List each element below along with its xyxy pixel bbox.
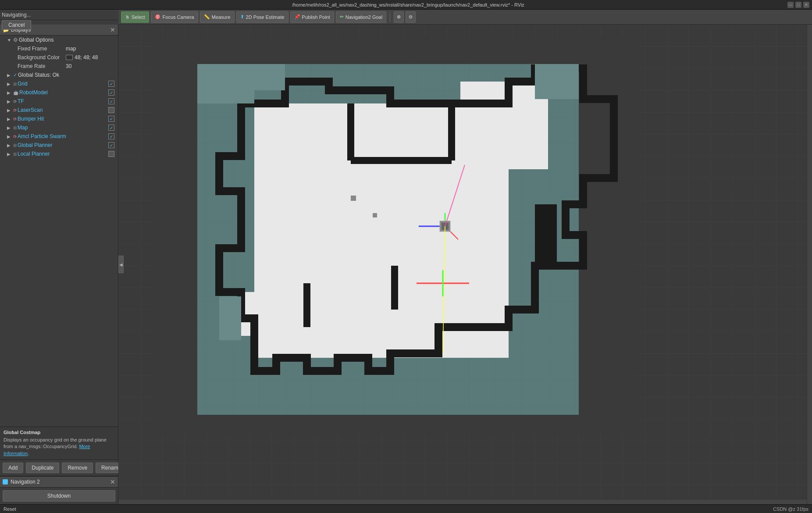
- robotmodel-label: RobotModel: [19, 89, 48, 96]
- publish-icon: 📌: [294, 14, 300, 20]
- tf-icon: ⟳: [13, 99, 17, 104]
- nav2-close-button[interactable]: ✕: [110, 478, 115, 485]
- zoom-out-icon: ⊖: [409, 14, 413, 20]
- pose-icon: ⬆: [240, 14, 244, 20]
- minimize-button[interactable]: ─: [787, 2, 794, 8]
- grid-item[interactable]: ▶ ⊞ Grid ✓: [0, 79, 118, 88]
- left-panel: 📁 Displays ✕ ▼ ⚙ Global Options Fixed Fr…: [0, 25, 118, 504]
- svg-rect-19: [373, 213, 377, 217]
- global-planner-item[interactable]: ▶ ⊞ Global Planner ✓: [0, 141, 118, 150]
- viewport[interactable]: ▶: [118, 25, 812, 504]
- cancel-dialog: Cancel: [2, 20, 31, 30]
- tf-item[interactable]: ▶ ⟳ TF ✓: [0, 97, 118, 106]
- grid-label: Grid: [18, 81, 28, 87]
- local-planner-arrow: ▶: [7, 152, 12, 157]
- amcl-arrow: ▶: [7, 134, 12, 139]
- display-buttons: Add Duplicate Remove Rename: [0, 460, 118, 476]
- fixed-frame-item: Fixed Frame map: [0, 44, 118, 53]
- shutdown-button[interactable]: Shutdown: [3, 490, 115, 502]
- laserscan-icon: ⟳: [13, 108, 17, 113]
- map-label: Map: [18, 125, 28, 131]
- amcl-icon: ⟳: [13, 134, 17, 139]
- local-planner-label: Local Planner: [18, 151, 50, 157]
- robotmodel-checkbox[interactable]: ✓: [108, 89, 114, 96]
- nav2-header: Navigation 2 ✕: [0, 477, 118, 488]
- cancel-button[interactable]: Cancel: [2, 20, 31, 30]
- pose-estimate-button[interactable]: ⬆ 2D Pose Estimate: [236, 11, 288, 23]
- displays-tree: ▼ ⚙ Global Options Fixed Frame map Backg…: [0, 36, 118, 427]
- laserscan-label: LaserScan: [18, 107, 43, 113]
- select-icon: 🖱: [125, 14, 130, 20]
- svg-rect-15: [197, 64, 285, 90]
- info-desc: Displays an occupancy grid on the ground…: [4, 437, 114, 457]
- nav2-icon: [3, 479, 8, 484]
- amcl-item[interactable]: ▶ ⟳ Amcl Particle Swarm ✓: [0, 132, 118, 141]
- amcl-label: Amcl Particle Swarm: [18, 133, 66, 139]
- laserscan-checkbox[interactable]: [108, 107, 114, 113]
- local-planner-icon: ⊞: [13, 152, 17, 157]
- robotmodel-arrow: ▶: [7, 90, 12, 95]
- svg-rect-13: [535, 204, 557, 266]
- bg-color-label: Background Color: [18, 54, 66, 61]
- bumperhit-checkbox[interactable]: ✓: [108, 116, 114, 122]
- bg-color-value: 48; 48; 48: [75, 54, 98, 61]
- remove-button[interactable]: Remove: [62, 463, 93, 473]
- vertical-scrollbar[interactable]: [807, 25, 812, 504]
- maximize-button[interactable]: □: [795, 2, 801, 8]
- select-button[interactable]: 🖱 Select: [121, 11, 149, 23]
- reset-button[interactable]: Reset: [4, 506, 16, 512]
- nav2-panel: Navigation 2 ✕ Shutdown: [0, 476, 118, 504]
- local-planner-checkbox[interactable]: [108, 151, 114, 157]
- nav-status-text: Navigating...: [0, 12, 31, 18]
- svg-rect-16: [535, 64, 579, 99]
- laserscan-item[interactable]: ▶ ⟳ LaserScan: [0, 106, 118, 114]
- global-options-icon: ⚙: [13, 37, 18, 43]
- toolbar-separator: [390, 12, 390, 22]
- svg-rect-18: [351, 196, 356, 201]
- global-planner-arrow: ▶: [7, 143, 12, 148]
- global-planner-checkbox[interactable]: ✓: [108, 142, 114, 148]
- robotmodel-icon: 🤖: [13, 90, 18, 95]
- add-button[interactable]: Add: [3, 463, 23, 473]
- robotmodel-item[interactable]: ▶ 🤖 RobotModel ✓: [0, 88, 118, 97]
- frame-rate-label: Frame Rate: [18, 63, 66, 69]
- global-status-item[interactable]: ▶ ✓ Global Status: Ok: [0, 71, 118, 79]
- bumperhit-arrow: ▶: [7, 117, 12, 121]
- window-controls[interactable]: ─ □ ✕: [787, 2, 809, 8]
- status-check: ✓: [13, 72, 17, 78]
- map-checkbox[interactable]: ✓: [108, 125, 114, 131]
- duplicate-button[interactable]: Duplicate: [26, 463, 59, 473]
- global-options-item[interactable]: ▼ ⚙ Global Options: [0, 36, 118, 44]
- window-title: /home/melih/ros2_all_ws/nav2_dashing_ws/…: [29, 2, 787, 7]
- displays-close-button[interactable]: ✕: [110, 26, 115, 33]
- horizontal-scrollbar[interactable]: [118, 499, 807, 504]
- statusbar-left: Reset: [4, 506, 16, 512]
- measure-button[interactable]: 📏 Measure: [200, 11, 235, 23]
- info-panel: Global Costmap Displays an occupancy gri…: [0, 427, 118, 460]
- amcl-checkbox[interactable]: ✓: [108, 133, 114, 139]
- bumperhit-item[interactable]: ▶ ⟳ Bumper Hit ✓: [0, 114, 118, 123]
- grid-checkbox[interactable]: ✓: [108, 81, 114, 87]
- fixed-frame-value: map: [66, 46, 76, 52]
- tf-label: TF: [18, 98, 24, 104]
- focus-camera-button[interactable]: 🎯 Focus Camera: [151, 11, 198, 23]
- zoom-in-button[interactable]: ⊕: [394, 11, 404, 23]
- nav2-goal-button[interactable]: ✏ Navigation2 Goal: [336, 11, 386, 23]
- map-item[interactable]: ▶ ⊞ Map ✓: [0, 123, 118, 132]
- fps-display: CSDN @z 31fps: [773, 506, 808, 512]
- publish-point-button[interactable]: 📌 Publish Point: [290, 11, 334, 23]
- global-options-label: Global Options: [19, 37, 53, 43]
- frame-rate-value: 30: [66, 63, 71, 69]
- info-title: Global Costmap: [4, 430, 114, 435]
- tf-checkbox[interactable]: ✓: [108, 98, 114, 104]
- map-svg: [153, 38, 636, 432]
- tf-arrow: ▶: [7, 99, 12, 104]
- close-button[interactable]: ✕: [803, 2, 809, 8]
- global-status-label: Global Status: Ok: [18, 72, 59, 78]
- frame-rate-item: Frame Rate 30: [0, 62, 118, 71]
- local-planner-item[interactable]: ▶ ⊞ Local Planner: [0, 150, 118, 158]
- status-arrow: ▶: [7, 73, 12, 78]
- zoom-out-button[interactable]: ⊖: [406, 11, 416, 23]
- collapse-handle[interactable]: ◀: [118, 256, 124, 273]
- map-arrow: ▶: [7, 125, 12, 130]
